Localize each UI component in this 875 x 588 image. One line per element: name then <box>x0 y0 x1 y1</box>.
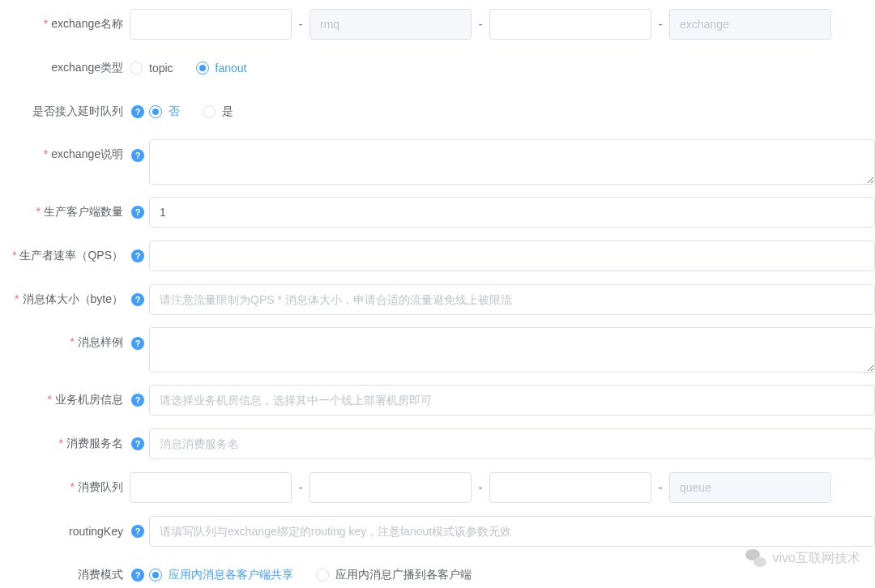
help-icon[interactable]: ? <box>131 337 144 350</box>
help-icon[interactable]: ? <box>131 105 144 118</box>
label-consume-mode: 消费模式 <box>0 568 130 582</box>
row-producer-clients: 生产客户端数量 ? <box>0 196 875 228</box>
wechat-icon <box>745 548 766 569</box>
radio-circle-icon <box>149 569 162 582</box>
wechat-watermark: vivo互联网技术 <box>745 548 860 569</box>
row-producer-qps: 生产者速率（QPS） ? <box>0 240 875 272</box>
separator-dash: - <box>292 18 309 31</box>
producer-qps-input[interactable] <box>149 241 875 271</box>
exchange-name-seg3[interactable] <box>489 9 651 40</box>
row-exchange-type: exchange类型 topic fanout <box>0 52 875 84</box>
message-sample-input[interactable] <box>149 327 875 373</box>
help-icon[interactable]: ? <box>131 394 144 407</box>
row-message-sample: 消息样例 ? <box>0 327 875 373</box>
row-delay-queue: 是否接入延时队列 ? 否 是 <box>0 96 875 128</box>
label-message-size: 消息体大小（byte） <box>0 292 130 307</box>
exchange-desc-input[interactable] <box>149 139 875 185</box>
consumer-queue-seg4 <box>669 472 831 503</box>
watermark-text: vivo互联网技术 <box>773 550 860 567</box>
producer-clients-input[interactable] <box>149 197 875 228</box>
radio-exchange-type-fanout[interactable]: fanout <box>196 62 247 75</box>
exchange-name-seg2 <box>309 9 472 40</box>
help-icon[interactable]: ? <box>131 569 144 582</box>
radio-circle-icon <box>149 105 162 118</box>
separator-dash: - <box>472 481 489 494</box>
label-biz-dc: 业务机房信息 <box>0 393 130 407</box>
radio-group-consume-mode: 应用内消息各客户端共享 应用内消息广播到各客户端 <box>149 568 472 582</box>
consumer-service-input[interactable] <box>149 428 875 459</box>
radio-exchange-type-topic[interactable]: topic <box>130 62 173 75</box>
biz-dc-select[interactable] <box>149 385 875 415</box>
exchange-name-seg4 <box>669 9 831 40</box>
separator-dash: - <box>292 481 309 494</box>
exchange-name-seg1[interactable] <box>130 9 292 40</box>
label-producer-clients: 生产客户端数量 <box>0 205 130 219</box>
help-icon[interactable]: ? <box>131 525 144 538</box>
radio-delay-yes[interactable]: 是 <box>203 104 233 119</box>
routing-key-input[interactable] <box>149 516 875 547</box>
row-message-size: 消息体大小（byte） ? <box>0 283 875 316</box>
message-size-input[interactable] <box>149 284 875 315</box>
help-icon[interactable]: ? <box>131 293 144 306</box>
label-exchange-name: exchange名称 <box>0 17 130 32</box>
row-routing-key: routingKey ? <box>0 515 875 548</box>
label-consumer-queue: 消费队列 <box>0 480 130 495</box>
radio-group-delay-queue: 否 是 <box>149 104 233 119</box>
separator-dash: - <box>651 481 669 494</box>
radio-circle-icon <box>196 62 209 75</box>
consumer-queue-seg3[interactable] <box>489 472 651 503</box>
consumer-queue-seg2[interactable] <box>309 472 472 503</box>
radio-circle-icon <box>316 569 329 582</box>
label-delay-queue: 是否接入延时队列 <box>0 104 130 119</box>
separator-dash: - <box>651 18 669 31</box>
radio-group-exchange-type: topic fanout <box>130 62 247 75</box>
radio-consume-mode-broadcast[interactable]: 应用内消息广播到各客户端 <box>316 568 472 582</box>
radio-delay-no[interactable]: 否 <box>149 104 180 119</box>
row-consumer-queue: 消费队列 - - - <box>0 471 875 504</box>
radio-circle-icon <box>203 105 216 118</box>
row-biz-dc: 业务机房信息 ? <box>0 384 875 416</box>
label-routing-key: routingKey <box>0 525 130 538</box>
consumer-queue-seg1[interactable] <box>130 472 292 503</box>
radio-consume-mode-shared[interactable]: 应用内消息各客户端共享 <box>149 568 293 582</box>
row-consume-mode: 消费模式 ? 应用内消息各客户端共享 应用内消息广播到各客户端 <box>0 559 875 588</box>
label-message-sample: 消息样例 <box>0 327 130 350</box>
label-exchange-type: exchange类型 <box>0 61 130 75</box>
help-icon[interactable]: ? <box>131 149 144 162</box>
help-icon[interactable]: ? <box>131 206 144 219</box>
label-producer-qps: 生产者速率（QPS） <box>0 249 130 263</box>
radio-circle-icon <box>130 62 143 75</box>
help-icon[interactable]: ? <box>131 249 144 262</box>
label-consumer-service: 消费服务名 <box>0 437 130 451</box>
row-exchange-name: exchange名称 - - - <box>0 8 875 40</box>
row-exchange-desc: exchange说明 ? <box>0 139 875 185</box>
label-exchange-desc: exchange说明 <box>0 139 130 162</box>
help-icon[interactable]: ? <box>131 437 144 450</box>
separator-dash: - <box>472 18 489 31</box>
row-consumer-service: 消费服务名 ? <box>0 428 875 460</box>
